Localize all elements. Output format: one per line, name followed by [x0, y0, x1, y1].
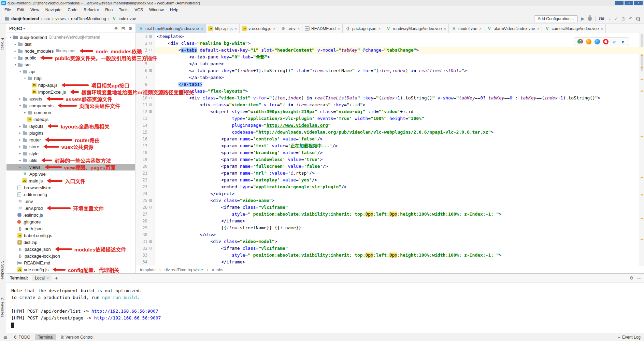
terminal-tab-local[interactable]: Local ×: [32, 275, 52, 281]
fold-marker-icon[interactable]: ⊟: [147, 108, 154, 115]
editor-tab[interactable]: Vmodel.vue×: [449, 24, 484, 33]
breadcrumb-item[interactable]: Vindex.vue: [111, 16, 137, 22]
code-editor[interactable]: ee 1⊟<template>2⊟ <div class="realTime b…: [136, 33, 644, 266]
menu-help[interactable]: Help: [167, 6, 182, 14]
fold-marker-icon[interactable]: ⊟: [147, 54, 154, 60]
version-control-button[interactable]: 9: Version Control: [58, 334, 96, 340]
chevron-right-icon[interactable]: ▸: [18, 131, 22, 135]
close-icon[interactable]: ×: [234, 27, 237, 31]
close-icon[interactable]: ×: [338, 27, 340, 31]
debug-icon[interactable]: [588, 16, 592, 21]
history-icon[interactable]: ◷: [621, 16, 625, 21]
chevron-right-icon[interactable]: ▸: [13, 56, 17, 59]
breadcrumb-item[interactable]: template: [140, 268, 156, 272]
tool-window-button-structure[interactable]: 7: Structure: [1, 260, 5, 279]
close-icon[interactable]: ×: [47, 276, 49, 280]
chevron-down-icon[interactable]: ▾: [9, 36, 13, 39]
tree-item[interactable]: ▸utils封装的一些公共函数方法: [6, 157, 135, 164]
project-header-title[interactable]: Project: [9, 26, 22, 31]
chevron-right-icon[interactable]: ▸: [18, 97, 22, 100]
menu-tools[interactable]: Tools: [116, 6, 131, 14]
editor-tab[interactable]: VrealTimeMonitoring\index.vue×: [136, 24, 206, 33]
tree-item[interactable]: ⚙.env.prod环境变量文件: [6, 205, 135, 212]
fold-marker-icon[interactable]: ⊟: [147, 88, 154, 95]
minimize-button[interactable]: ─: [615, 1, 624, 5]
close-icon[interactable]: ×: [479, 27, 481, 31]
ie-icon[interactable]: e: [612, 39, 617, 44]
tool-window-button-favorites[interactable]: 2: Favorites: [1, 298, 5, 317]
chevron-right-icon[interactable]: ▸: [18, 138, 22, 141]
tree-item[interactable]: ⚙.env: [6, 198, 135, 205]
tree-item[interactable]: ▸plugins: [6, 129, 135, 136]
editor-tab[interactable]: MDREADME.md×: [302, 24, 343, 33]
fold-marker-icon[interactable]: ⊟: [147, 40, 154, 47]
firefox-icon[interactable]: [586, 39, 591, 44]
locate-file-icon[interactable]: ⊕: [114, 26, 118, 31]
chevron-right-icon[interactable]: ▸: [18, 124, 22, 128]
new-terminal-session-button[interactable]: +: [55, 275, 58, 281]
git-commit-icon[interactable]: ✓: [614, 16, 618, 21]
tree-item[interactable]: ▸node_moduleslibrary rootnode_modules依赖: [6, 47, 135, 54]
tree-item[interactable]: ▸publicpublic资源文件夹，一般放引用的第三方插件: [6, 54, 135, 61]
tree-item[interactable]: {}auth.json: [6, 225, 135, 232]
tree-item[interactable]: ▸assetsassets静态资源文件: [6, 95, 135, 102]
editor-tab[interactable]: VcameraManage\index.vue×: [542, 24, 606, 33]
menu-window[interactable]: Window: [146, 6, 167, 14]
opera-icon[interactable]: [603, 39, 609, 44]
editor-tab[interactable]: VroadwayManage\index.vue×: [383, 24, 449, 33]
fold-marker-icon[interactable]: ⊟: [147, 245, 154, 252]
breadcrumb-item[interactable]: realTimeMonitoring: [70, 16, 106, 21]
breadcrumb-item[interactable]: div.realTime.bg-white: [164, 268, 203, 272]
menu-file[interactable]: File: [1, 6, 14, 14]
editor-tab[interactable]: ⚙.env×: [278, 24, 302, 33]
breadcrumb-item[interactable]: duoji-frontend: [3, 16, 40, 22]
menu-view[interactable]: View: [27, 6, 42, 14]
menu-refactor[interactable]: Refactor: [81, 6, 102, 14]
tree-item[interactable]: ▾duoji-frontendD:\zheheWeb\duoji-fronten…: [6, 34, 135, 41]
fold-marker-icon[interactable]: ⊟: [147, 101, 154, 108]
close-icon[interactable]: ×: [298, 27, 300, 31]
edge-icon[interactable]: e: [620, 39, 626, 44]
fold-marker-icon[interactable]: ⊟: [147, 197, 154, 204]
chevron-right-icon[interactable]: ▸: [23, 111, 27, 114]
fold-marker-icon[interactable]: ⊟: [147, 47, 154, 54]
tree-item[interactable]: ▾src: [6, 61, 135, 68]
tree-item[interactable]: ▸style: [6, 150, 135, 157]
fold-marker-icon[interactable]: ⊟: [147, 33, 154, 40]
tree-item[interactable]: ▾components页面公共组件文件: [6, 102, 135, 109]
menu-vcs[interactable]: VCS: [131, 6, 146, 14]
tree-item[interactable]: .eslintrc.js: [6, 212, 135, 218]
tree-item[interactable]: .gitignore: [6, 218, 135, 225]
editor-tab[interactable]: JShttp-api.js×: [206, 24, 239, 33]
close-button[interactable]: ×: [634, 1, 643, 5]
tree-item[interactable]: JSindex.js: [6, 116, 135, 123]
tree-item[interactable]: {}package-lock.json: [6, 253, 135, 259]
editor-tab[interactable]: ValarmVideos\index.vue×: [484, 24, 542, 33]
tree-item[interactable]: {}package.jsonmodules依赖描述文件: [6, 246, 135, 253]
close-icon[interactable]: ×: [537, 27, 539, 31]
close-icon[interactable]: ×: [378, 27, 381, 31]
terminal-button[interactable]: Terminal: [35, 334, 56, 340]
menu-navigate[interactable]: Navigate: [42, 6, 65, 14]
tree-item[interactable]: JSbabel.config.js: [6, 232, 135, 239]
chevron-down-icon[interactable]: ▾: [18, 104, 22, 107]
fold-marker-icon[interactable]: ⊟: [147, 67, 154, 74]
terminal-settings-icon[interactable]: ⚙: [629, 275, 633, 281]
chevron-right-icon[interactable]: ▸: [13, 49, 17, 53]
fold-marker-icon[interactable]: ⊟: [147, 204, 154, 211]
chevron-down-icon[interactable]: ▾: [23, 77, 27, 80]
chevron-down-icon[interactable]: ▾: [18, 70, 22, 73]
collapse-all-icon[interactable]: ⊟: [121, 26, 125, 31]
event-log-button[interactable]: Event Log: [622, 335, 641, 340]
close-icon[interactable]: ×: [273, 27, 275, 31]
tree-item[interactable]: JSimportExcel.js暴露环境变量地址给图片or视频资源路径变量相关: [6, 88, 135, 95]
tree-item[interactable]: ▸storevuex公共资源: [6, 143, 135, 150]
rollback-icon[interactable]: ↶: [629, 16, 632, 21]
tree-item[interactable]: MDREADME.md: [6, 259, 135, 266]
close-icon[interactable]: ×: [444, 27, 446, 31]
tree-item[interactable]: .browserslistrc: [6, 184, 135, 191]
tree-item[interactable]: ▾http: [6, 75, 135, 82]
tool-window-switcher-icon[interactable]: ▦: [3, 335, 7, 340]
chevron-right-icon[interactable]: ▸: [13, 42, 17, 46]
close-icon[interactable]: ×: [201, 27, 203, 31]
